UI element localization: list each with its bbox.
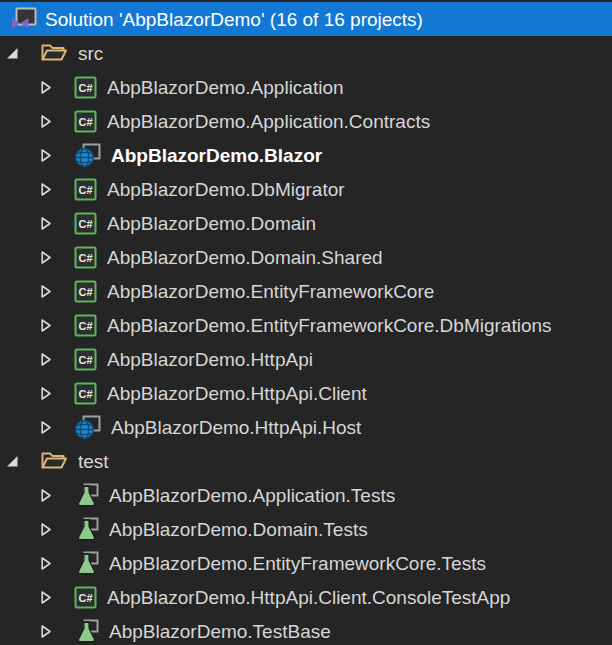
svg-text:C#: C# — [78, 81, 92, 93]
csharp-project-icon: C# — [74, 586, 97, 609]
tree-row-label: AbpBlazorDemo.Domain.Shared — [107, 247, 383, 267]
solution-explorer-tree: Solution 'AbpBlazorDemo' (16 of 16 proje… — [0, 0, 612, 645]
tree-row-label: AbpBlazorDemo.HttpApi — [107, 349, 313, 369]
svg-text:C#: C# — [78, 217, 92, 229]
tree-row[interactable]: AbpBlazorDemo.HttpApi.Host — [0, 410, 612, 444]
tree-row[interactable]: C# AbpBlazorDemo.Application — [0, 70, 612, 104]
tree-row-label: AbpBlazorDemo.EntityFrameworkCore.Tests — [109, 553, 486, 573]
test-project-icon — [74, 619, 99, 643]
tree-row-label: Solution 'AbpBlazorDemo' (16 of 16 proje… — [45, 9, 423, 29]
tree-row-label: AbpBlazorDemo.Application — [107, 77, 344, 97]
collapsed-chevron-icon[interactable] — [40, 419, 60, 435]
tree-row-label: AbpBlazorDemo.Application.Tests — [109, 485, 395, 505]
collapsed-chevron-icon[interactable] — [40, 283, 60, 299]
collapsed-chevron-icon[interactable] — [40, 487, 60, 503]
tree-row-label: AbpBlazorDemo.HttpApi.Client — [107, 383, 367, 403]
test-project-icon — [74, 517, 99, 541]
tree-row-label: test — [78, 451, 109, 471]
tree-row[interactable]: AbpBlazorDemo.EntityFrameworkCore.Tests — [0, 546, 612, 580]
tree-row[interactable]: C# AbpBlazorDemo.EntityFrameworkCore.DbM… — [0, 308, 612, 342]
open-folder-icon — [40, 41, 68, 65]
collapsed-chevron-icon[interactable] — [40, 113, 60, 129]
tree-row-label: AbpBlazorDemo.Domain.Tests — [109, 519, 368, 539]
web-project-icon — [74, 143, 101, 168]
csharp-project-icon: C# — [74, 280, 97, 303]
collapsed-chevron-icon[interactable] — [40, 181, 60, 197]
tree-row-label: AbpBlazorDemo.DbMigrator — [107, 179, 345, 199]
tree-row[interactable]: Solution 'AbpBlazorDemo' (16 of 16 proje… — [0, 2, 612, 36]
csharp-project-icon: C# — [74, 314, 97, 337]
csharp-project-icon: C# — [74, 76, 97, 99]
collapsed-chevron-icon[interactable] — [40, 249, 60, 265]
tree-row[interactable]: C# AbpBlazorDemo.Domain — [0, 206, 612, 240]
collapsed-chevron-icon[interactable] — [40, 147, 60, 163]
tree-row[interactable]: C# AbpBlazorDemo.Application.Contracts — [0, 104, 612, 138]
tree-row[interactable]: src — [0, 36, 612, 70]
csharp-project-icon: C# — [74, 348, 97, 371]
csharp-project-icon: C# — [74, 382, 97, 405]
collapsed-chevron-icon[interactable] — [40, 555, 60, 571]
svg-text:C#: C# — [78, 285, 92, 297]
tree-row-label: AbpBlazorDemo.HttpApi.Client.ConsoleTest… — [107, 587, 510, 607]
collapsed-chevron-icon[interactable] — [40, 589, 60, 605]
tree-row[interactable]: AbpBlazorDemo.TestBase — [0, 614, 612, 645]
csharp-project-icon: C# — [74, 246, 97, 269]
expanded-chevron-icon[interactable] — [6, 453, 26, 469]
collapsed-chevron-icon[interactable] — [40, 79, 60, 95]
tree-row[interactable]: AbpBlazorDemo.Domain.Tests — [0, 512, 612, 546]
svg-text:C#: C# — [78, 251, 92, 263]
tree-row[interactable]: C# AbpBlazorDemo.DbMigrator — [0, 172, 612, 206]
tree-row[interactable]: C# AbpBlazorDemo.HttpApi.Client.ConsoleT… — [0, 580, 612, 614]
tree-row[interactable]: C# AbpBlazorDemo.EntityFrameworkCore — [0, 274, 612, 308]
collapsed-chevron-icon[interactable] — [40, 317, 60, 333]
tree-row[interactable]: C# AbpBlazorDemo.HttpApi.Client — [0, 376, 612, 410]
svg-text:C#: C# — [78, 319, 92, 331]
svg-text:C#: C# — [78, 591, 92, 603]
tree-row[interactable]: AbpBlazorDemo.Application.Tests — [0, 478, 612, 512]
tree-row[interactable]: C# AbpBlazorDemo.HttpApi — [0, 342, 612, 376]
tree-row-label: AbpBlazorDemo.EntityFrameworkCore.DbMigr… — [107, 315, 552, 335]
collapsed-chevron-icon[interactable] — [40, 623, 60, 639]
collapsed-chevron-icon[interactable] — [40, 351, 60, 367]
collapsed-chevron-icon[interactable] — [40, 521, 60, 537]
csharp-project-icon: C# — [74, 178, 97, 201]
csharp-project-icon: C# — [74, 212, 97, 235]
csharp-project-icon: C# — [74, 110, 97, 133]
solution-icon — [10, 6, 37, 32]
web-project-icon — [74, 415, 101, 440]
collapsed-chevron-icon[interactable] — [40, 385, 60, 401]
svg-text:C#: C# — [78, 183, 92, 195]
collapsed-chevron-icon[interactable] — [40, 215, 60, 231]
tree-row[interactable]: test — [0, 444, 612, 478]
expanded-chevron-icon[interactable] — [6, 45, 26, 61]
test-project-icon — [74, 551, 99, 575]
tree-row-label: src — [78, 43, 103, 63]
svg-text:C#: C# — [78, 115, 92, 127]
tree-row[interactable]: C# AbpBlazorDemo.Domain.Shared — [0, 240, 612, 274]
tree-row-label: AbpBlazorDemo.TestBase — [109, 621, 331, 641]
tree-row[interactable]: AbpBlazorDemo.Blazor — [0, 138, 612, 172]
tree-row-label: AbpBlazorDemo.Application.Contracts — [107, 111, 430, 131]
svg-text:C#: C# — [78, 387, 92, 399]
open-folder-icon — [40, 449, 68, 473]
tree-row-label: AbpBlazorDemo.Domain — [107, 213, 316, 233]
test-project-icon — [74, 483, 99, 507]
tree-row-label: AbpBlazorDemo.EntityFrameworkCore — [107, 281, 434, 301]
tree-row-label: AbpBlazorDemo.HttpApi.Host — [111, 417, 361, 437]
tree-row-label: AbpBlazorDemo.Blazor — [111, 145, 322, 165]
svg-text:C#: C# — [78, 353, 92, 365]
